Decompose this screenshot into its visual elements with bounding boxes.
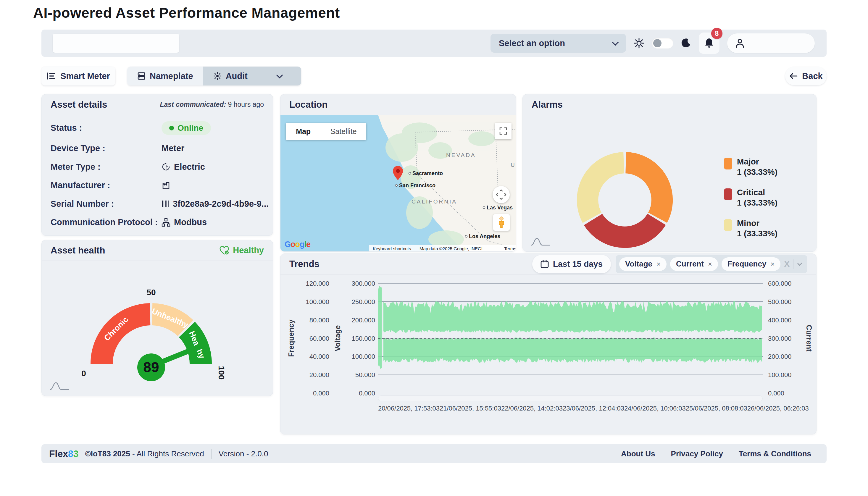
tick-label: 50.000 [344,371,375,379]
detail-row-device-type: Device Type : Meter [42,143,273,153]
divider [793,259,793,269]
legend-swatch-minor [724,219,732,231]
alarms-donut-chart [573,148,677,252]
svg-text:89: 89 [143,359,159,375]
map-terms-link[interactable]: Terms [504,246,516,251]
legend-item-major[interactable]: Major 1 (33.33%) [724,156,777,177]
top-cards-row: Location [280,94,817,252]
chip-current[interactable]: Current × [670,257,718,271]
chart-scrollbar[interactable] [378,396,763,401]
topbar: Select an option [42,30,826,57]
chevron-down-icon [276,72,283,79]
map-region-california: CALIFORNIA [412,199,457,205]
divider [211,449,212,459]
clear-all-button[interactable]: X [784,259,790,269]
tick-label: 20.000 [298,371,329,379]
tick-label: 0.000 [768,389,801,397]
tab-more-dropdown[interactable] [258,66,301,86]
asset-health-header: Asset health Healthy [42,240,273,261]
chip-voltage[interactable]: Voltage × [619,257,667,271]
alarms-body: Major 1 (33.33%) Critical 1 (33.33%) M [523,115,816,252]
detail-row-protocol: Communication Protocol : Modbus [42,217,273,227]
tab-group: Nameplate Audit [127,66,301,86]
x-axis-label: 24/06/2025, 10:06:03 [624,405,686,412]
map-pan-control[interactable] [493,186,510,203]
theme-toggle[interactable] [652,38,673,48]
trends-title: Trends [289,259,320,269]
option-select[interactable]: Select an option [491,34,626,53]
x-axis-label: 20/06/2025, 17:53:03 [378,405,440,412]
factory-icon [161,181,170,190]
tick-label: 80.000 [298,316,329,324]
x-axis-label: 21/06/2025, 15:55:03 [440,405,501,412]
privacy-policy-link[interactable]: Privacy Policy [663,449,731,459]
tab-nameplate[interactable]: Nameplate [127,66,203,86]
chart-watermark-icon [49,381,70,391]
legend-swatch-critical [724,188,732,200]
svg-text:Los Angeles: Los Angeles [469,233,500,239]
footer: Flex83 ©IoT83 2025 - All Rights Reserved… [42,444,826,463]
notifications-button[interactable]: 8 [699,33,719,54]
frequency-ticks: 0.00020.00040.00060.00080.000100.000120.… [298,283,329,393]
asset-details-body: Status : Online Device Type : Meter Mete… [42,115,273,233]
arrow-left-icon [789,73,798,80]
toggle-knob [653,39,662,47]
sun-icon[interactable] [634,38,644,48]
asset-health-body: ChronicUnhealthyHealthy05010089 [42,261,273,396]
remove-chip-icon[interactable]: × [770,260,775,268]
svg-text:0: 0 [81,369,86,378]
tick-label: 100.000 [298,298,329,306]
x-axis-label: 23/06/2025, 12:04:03 [563,405,624,412]
map-city-san-francisco: San Francisco [396,183,436,188]
heart-check-icon [219,246,229,255]
chevron-down-icon[interactable] [797,261,802,266]
axis-title-current: Current [804,283,814,393]
x-axis-labels: 20/06/2025, 17:53:0321/06/2025, 15:55:03… [378,405,763,412]
back-button[interactable]: Back [785,67,826,85]
flex83-logo: Flex83 [49,448,79,459]
axis-title-voltage: Voltage [332,283,343,393]
current-ticks: 0.000100.000200.000300.000400.000500.000… [768,283,801,393]
page: AI-powered Asset Performance Management … [0,0,868,496]
user-menu[interactable] [727,33,815,53]
alarms-legend: Major 1 (33.33%) Critical 1 (33.33%) M [724,156,777,239]
tick-label: 40.000 [298,353,329,360]
tab-smart-meter[interactable]: Smart Meter [42,66,115,86]
google-logo[interactable]: Google [284,240,310,249]
toolbar-input[interactable] [53,34,179,53]
map-type-satellite-button[interactable]: Satellite [321,123,366,140]
trends-controls: Last 15 days Voltage × Current × [532,255,807,273]
map-keyboard-shortcuts-link[interactable]: Keyboard shortcuts [373,246,411,251]
about-us-link[interactable]: About Us [613,449,663,459]
detail-row-meter-type: Meter Type : Electric [42,162,273,172]
alarms-title: Alarms [532,99,563,110]
asset-details-header: Asset details Last communicated: 9 hours… [42,94,273,115]
terms-conditions-link[interactable]: Terms & Conditions [731,449,819,459]
asset-details-title: Asset details [51,99,107,110]
date-range-button[interactable]: Last 15 days [532,255,611,273]
tick-label: 300.000 [768,335,801,342]
axis-title-frequency: Frequency [286,283,296,393]
map-fullscreen-button[interactable] [495,123,512,139]
electric-meter-icon [161,162,170,171]
remove-chip-icon[interactable]: × [656,260,661,268]
online-dot-icon [169,126,174,130]
remove-chip-icon[interactable]: × [708,260,712,268]
location-card: Location [280,94,516,252]
tick-label: 100.000 [344,353,375,360]
parameter-multiselect[interactable]: Voltage × Current × Frequency × [616,255,807,273]
footer-links: About Us Privacy Policy Terms & Conditio… [613,449,819,459]
tab-audit[interactable]: Audit [203,66,258,86]
trends-body: Frequency 0.00020.00040.00060.00080.0001… [280,275,816,434]
legend-item-minor[interactable]: Minor 1 (33.33%) [724,218,777,239]
legend-item-critical[interactable]: Critical 1 (33.33%) [724,187,777,208]
moon-icon[interactable] [681,38,691,48]
map-type-map-button[interactable]: Map [286,123,321,140]
x-axis-label: 26/06/2025, 06:26:03 [747,405,809,412]
tick-label: 200.000 [344,316,375,324]
tick-label: 100.000 [768,371,801,379]
chip-frequency[interactable]: Frequency × [722,257,781,271]
map-pegman-button[interactable] [493,214,510,231]
map[interactable]: NEVADA UT CALIFORNIA Sacramento San Fran… [280,115,516,251]
fullscreen-icon [499,127,507,135]
